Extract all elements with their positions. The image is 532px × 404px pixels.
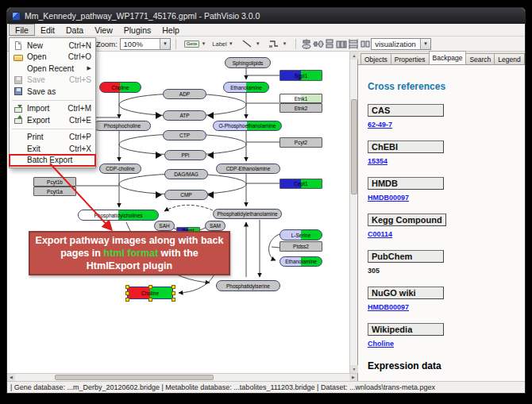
visualization-combobox[interactable]: visualization ▼ bbox=[371, 38, 431, 50]
menu-item-open[interactable]: OpenCtrl+O bbox=[10, 52, 95, 63]
common-height-icon[interactable] bbox=[359, 38, 371, 50]
menu-item-batch-export[interactable]: Batch Export bbox=[10, 155, 95, 167]
node-o-phosphoethanolamine[interactable]: O-Phosphoethanolamine bbox=[213, 121, 282, 131]
menu-item-save[interactable]: SaveCtrl+S bbox=[10, 75, 95, 87]
node-cdp-ethanolamine[interactable]: CDP-Ethanolamine bbox=[216, 164, 280, 174]
align-center-icon[interactable] bbox=[301, 38, 313, 50]
node-pcyt1b[interactable]: Pcyt1b bbox=[33, 177, 76, 187]
node-phosphatidylethanolamine[interactable]: Phosphatidylethanolamine bbox=[213, 209, 282, 219]
tab-objects[interactable]: Objects bbox=[360, 53, 391, 64]
node-sam[interactable]: SAM bbox=[205, 221, 226, 231]
tab-search[interactable]: Search bbox=[465, 53, 495, 64]
selection-handle[interactable] bbox=[172, 285, 175, 289]
node-ptdss2[interactable]: Ptdss2 bbox=[279, 241, 322, 252]
menubar-item-help[interactable]: Help bbox=[156, 24, 185, 36]
tab-backpage[interactable]: Backpage bbox=[429, 51, 467, 64]
node-cept1[interactable]: Cept1 bbox=[279, 179, 322, 189]
menu-shortcut: Ctrl+N bbox=[68, 41, 91, 50]
menu-item-save-as[interactable]: Save as bbox=[10, 86, 95, 98]
chevron-down-icon[interactable]: ▼ bbox=[160, 39, 170, 49]
chevron-down-icon[interactable]: ▼ bbox=[229, 41, 233, 46]
stack-vertical-icon[interactable] bbox=[324, 38, 336, 50]
node-label: Etnk2 bbox=[295, 106, 308, 111]
xref-link[interactable]: 15354 bbox=[368, 157, 525, 165]
node-sgpl1[interactable]: Sgpl1 bbox=[279, 70, 322, 81]
elbow-connector-icon bbox=[267, 38, 281, 50]
node-dag-mag[interactable]: DAG/MAG bbox=[164, 169, 208, 179]
zoom-combobox[interactable]: 100% ▼ bbox=[120, 38, 171, 50]
stack-horizontal-icon[interactable] bbox=[336, 38, 348, 50]
chevron-down-icon[interactable]: ▼ bbox=[283, 41, 287, 46]
new-connector-button[interactable]: ▼ bbox=[264, 37, 291, 52]
node-phosphatidylserine[interactable]: Phosphatidylserine bbox=[216, 280, 280, 291]
vscroll-thumb[interactable] bbox=[351, 99, 357, 194]
menu-item-import[interactable]: ImportCtrl+M bbox=[10, 103, 95, 115]
horizontal-scrollbar[interactable]: ◀ ▶ bbox=[7, 373, 357, 381]
zoom-label: Zoom: bbox=[96, 40, 118, 48]
xref-link[interactable]: HMDB00097 bbox=[368, 303, 525, 311]
align-middle-icon[interactable] bbox=[312, 38, 324, 50]
menu-item-new[interactable]: NewCtrl+N bbox=[10, 40, 95, 52]
menu-item-open-recent[interactable]: Open Recent▶ bbox=[10, 63, 95, 75]
chevron-down-icon[interactable]: ▼ bbox=[201, 41, 206, 46]
selection-handle[interactable] bbox=[148, 298, 152, 302]
menu-item-export[interactable]: ExportCtrl+E bbox=[10, 114, 95, 126]
node-ethanolamine-bottom[interactable]: Ethanolamine bbox=[279, 256, 322, 267]
node-label: CDP-choline bbox=[106, 166, 135, 171]
node-cdp-choline[interactable]: CDP-choline bbox=[99, 164, 141, 174]
menu-item-label: Exit bbox=[27, 144, 66, 153]
selection-handle[interactable] bbox=[148, 285, 152, 289]
tab-properties[interactable]: Properties bbox=[391, 53, 430, 64]
selection-handle[interactable] bbox=[125, 285, 129, 289]
menubar-item-plugins[interactable]: Plugins bbox=[118, 24, 156, 36]
menubar-item-edit[interactable]: Edit bbox=[35, 24, 60, 36]
node-cmp[interactable]: CMP bbox=[164, 190, 208, 200]
node-etnk1[interactable]: Etnk1 bbox=[279, 94, 322, 103]
node-sphingolipids[interactable]: Sphingolipids bbox=[225, 57, 271, 68]
scroll-right-icon[interactable]: ▶ bbox=[349, 374, 357, 381]
title-bar[interactable]: Mm_Kennedy_pathway_WP1771_45176.gpml - P… bbox=[7, 8, 525, 24]
node-choline-top[interactable]: Choline bbox=[99, 82, 141, 93]
node-ppi[interactable]: PPi bbox=[164, 150, 206, 160]
scroll-up-icon[interactable]: ▲ bbox=[350, 52, 358, 60]
selection-handle[interactable] bbox=[125, 298, 129, 302]
selection-handle[interactable] bbox=[172, 298, 175, 302]
xref-link[interactable]: HMDB00097 bbox=[368, 194, 525, 202]
new-label-button[interactable]: Label ▼ bbox=[209, 39, 236, 49]
node-phosphocholine[interactable]: Phosphocholine bbox=[94, 121, 151, 131]
node-label: CTP bbox=[179, 133, 190, 138]
common-width-icon[interactable] bbox=[348, 38, 360, 50]
hscroll-thumb[interactable] bbox=[55, 375, 214, 380]
node-pcyt1a[interactable]: Pcyt1a bbox=[33, 187, 76, 196]
chevron-down-icon[interactable]: ▼ bbox=[256, 41, 260, 46]
xref-link[interactable]: C00114 bbox=[368, 230, 525, 238]
menubar-item-data[interactable]: Data bbox=[60, 24, 89, 36]
node-label: O-Phosphoethanolamine bbox=[219, 123, 276, 129]
node-atp[interactable]: ATP bbox=[163, 110, 206, 121]
menu-item-exit[interactable]: ExitCtrl+X bbox=[10, 143, 95, 155]
menubar-item-file[interactable]: File bbox=[9, 24, 35, 36]
menu-item-print[interactable]: PrintCtrl+P bbox=[10, 132, 95, 144]
scroll-down-icon[interactable]: ▼ bbox=[350, 365, 358, 373]
node-adp[interactable]: ADP bbox=[163, 89, 206, 99]
node-ctp[interactable]: CTP bbox=[163, 130, 206, 140]
node-sah[interactable]: SAH bbox=[154, 221, 175, 231]
xref-link[interactable]: 62-49-7 bbox=[368, 121, 525, 129]
node-phosphatidylcholines[interactable]: Phosphatidylcholines bbox=[78, 210, 159, 221]
selection-handle[interactable] bbox=[172, 291, 175, 295]
chevron-down-icon[interactable]: ▼ bbox=[420, 39, 430, 49]
node-choline-selected[interactable]: Choline bbox=[127, 287, 173, 299]
menubar-item-view[interactable]: View bbox=[89, 24, 118, 36]
selection-handle[interactable] bbox=[125, 291, 129, 295]
node-etnk2[interactable]: Etnk2 bbox=[279, 103, 322, 113]
new-line-button[interactable]: ▼ bbox=[237, 37, 264, 52]
node-ethanolamine-top[interactable]: Ethanolamine bbox=[223, 82, 269, 93]
node-pcyt2[interactable]: Pcyt2 bbox=[279, 137, 322, 148]
scroll-left-icon[interactable]: ◀ bbox=[7, 374, 15, 381]
xref-link[interactable]: Choline bbox=[368, 340, 525, 348]
vertical-scrollbar[interactable]: ▲ ▼ bbox=[349, 52, 357, 373]
new-gene-button[interactable]: Gene ▼ bbox=[181, 39, 209, 49]
tab-legend[interactable]: Legend bbox=[494, 53, 524, 64]
node-l-serine[interactable]: L-Serine bbox=[279, 229, 322, 240]
save-icon bbox=[14, 87, 22, 95]
